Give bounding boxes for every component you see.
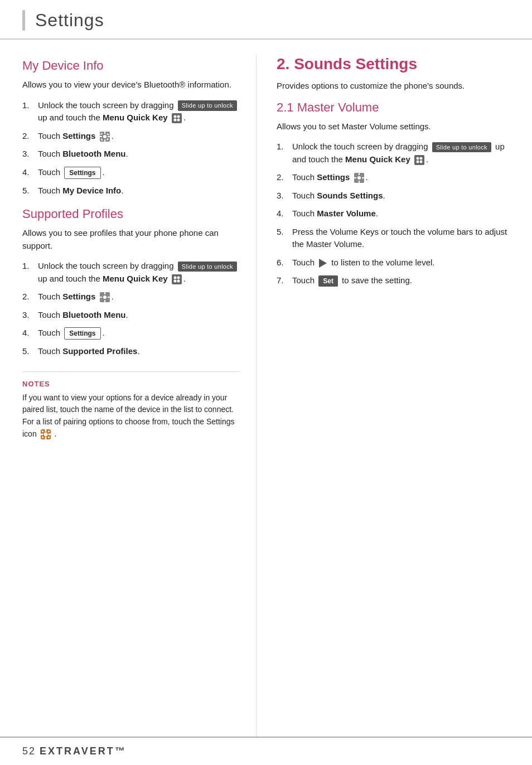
svg-rect-10	[108, 136, 110, 137]
svg-rect-43	[359, 173, 360, 175]
step-1: 1. Unlock the touch screen by dragging S…	[22, 99, 240, 124]
mv-step-5: 5. Press the Volume Keys or touch the vo…	[277, 226, 515, 251]
svg-point-40	[419, 160, 422, 163]
settings-badge: Settings	[64, 167, 100, 179]
svg-rect-15	[172, 274, 182, 284]
svg-rect-23	[104, 300, 105, 302]
footer-spacer	[36, 745, 40, 757]
footer-brand: Extravert™	[40, 745, 127, 757]
notes-section: NOTES If you want to view your options f…	[22, 371, 240, 440]
sp-step-2: 2. Touch Settings .	[22, 290, 240, 303]
slide-unlock-badge: Slide up to unlock	[178, 100, 237, 111]
top-bar: Settings	[0, 0, 532, 40]
svg-point-6	[103, 135, 107, 138]
sp-step-4: 4. Touch Settings.	[22, 327, 240, 340]
set-badge: Set	[318, 275, 338, 287]
master-volume-desc: Allows you to set Master Volume settings…	[277, 120, 515, 133]
menu-quick-key-icon	[171, 113, 182, 124]
sp-step-3: 3. Touch Bluetooth Menu.	[22, 309, 240, 322]
settings-icon-3	[354, 172, 365, 183]
master-volume-section: 2.1 Master Volume Allows you to set Mast…	[277, 100, 515, 287]
my-device-info-section: My Device Info Allows you to view your d…	[22, 59, 240, 197]
step-5: 5. Touch My Device Info.	[22, 185, 240, 197]
svg-point-4	[177, 119, 180, 122]
svg-point-17	[177, 276, 180, 279]
play-icon	[319, 259, 327, 268]
svg-point-38	[419, 157, 422, 159]
supported-profiles-desc: Allows you to see profiles that your pho…	[22, 227, 240, 252]
supported-profiles-section: Supported Profiles Allows you to see pro…	[22, 207, 240, 358]
svg-point-19	[177, 279, 180, 282]
settings-badge-2: Settings	[64, 327, 100, 340]
menu-quick-key-icon-2	[171, 274, 182, 285]
svg-rect-25	[108, 297, 110, 298]
svg-point-2	[177, 115, 180, 118]
svg-rect-31	[48, 433, 51, 435]
left-column: My Device Info Allows you to view your d…	[0, 55, 257, 737]
footer: 52 Extravert™	[0, 737, 532, 765]
supported-profiles-steps: 1. Unlock the touch screen by dragging S…	[22, 260, 240, 358]
svg-rect-28	[45, 429, 46, 432]
svg-point-16	[173, 276, 176, 279]
mv-step-1: 1. Unlock the touch screen by dragging S…	[277, 141, 515, 166]
notes-title: NOTES	[22, 380, 240, 388]
svg-rect-44	[359, 181, 360, 183]
sounds-settings-title: 2. Sounds Settings	[277, 55, 515, 73]
svg-rect-7	[104, 132, 105, 134]
settings-icon-2	[99, 292, 110, 303]
footer-page-number: 52	[22, 745, 36, 757]
svg-point-42	[357, 176, 361, 180]
svg-rect-29	[45, 437, 46, 439]
slide-unlock-badge-3: Slide up to unlock	[432, 142, 491, 153]
svg-rect-36	[414, 155, 424, 165]
mv-step-4: 4. Touch Master Volume.	[277, 207, 515, 220]
main-content: My Device Info Allows you to view your d…	[0, 40, 532, 737]
svg-rect-45	[354, 177, 356, 178]
right-column: 2. Sounds Settings Provides options to c…	[257, 55, 532, 737]
step-4: 4. Touch Settings.	[22, 166, 240, 179]
sounds-settings-section: 2. Sounds Settings Provides options to c…	[277, 55, 515, 93]
svg-rect-24	[100, 297, 102, 298]
svg-rect-46	[362, 177, 364, 178]
menu-quick-key-icon-3	[414, 154, 425, 166]
svg-point-27	[43, 432, 47, 436]
notes-text: If you want to view your options for a d…	[22, 392, 240, 440]
mv-step-6: 6. Touch to listen to the volume level.	[277, 256, 515, 269]
my-device-info-steps: 1. Unlock the touch screen by dragging S…	[22, 99, 240, 197]
slide-unlock-badge-2: Slide up to unlock	[178, 262, 237, 272]
master-volume-steps: 1. Unlock the touch screen by dragging S…	[277, 141, 515, 287]
sounds-settings-desc: Provides options to customize the phone'…	[277, 80, 515, 93]
master-volume-title: 2.1 Master Volume	[277, 100, 515, 115]
svg-point-1	[173, 115, 176, 118]
sp-step-1: 1. Unlock the touch screen by dragging S…	[22, 260, 240, 285]
step-3: 3. Touch Bluetooth Menu.	[22, 148, 240, 161]
settings-icon-notes	[40, 429, 51, 440]
sp-step-5: 5. Touch Supported Profiles.	[22, 345, 240, 358]
page-title: Settings	[35, 10, 104, 31]
page: Settings My Device Info Allows you to vi…	[0, 0, 532, 765]
my-device-info-desc: Allows you to view your device's Bluetoo…	[22, 79, 240, 91]
svg-rect-9	[100, 136, 102, 137]
mv-step-7: 7. Touch Set to save the setting.	[277, 274, 515, 287]
svg-rect-22	[104, 292, 105, 294]
mv-step-2: 2. Touch Settings .	[277, 171, 515, 184]
svg-point-37	[416, 157, 419, 159]
mv-step-3: 3. Touch Sounds Settings.	[277, 190, 515, 202]
svg-point-39	[416, 160, 419, 163]
svg-rect-30	[41, 433, 43, 435]
svg-point-21	[103, 296, 107, 299]
svg-rect-0	[172, 113, 182, 123]
top-bar-accent	[22, 10, 25, 31]
supported-profiles-title: Supported Profiles	[22, 207, 240, 221]
settings-icon	[99, 131, 110, 142]
my-device-info-title: My Device Info	[22, 59, 240, 73]
svg-point-3	[173, 119, 176, 122]
step-2: 2. Touch Settings	[22, 130, 240, 143]
svg-rect-8	[104, 139, 105, 142]
svg-point-18	[173, 279, 176, 282]
